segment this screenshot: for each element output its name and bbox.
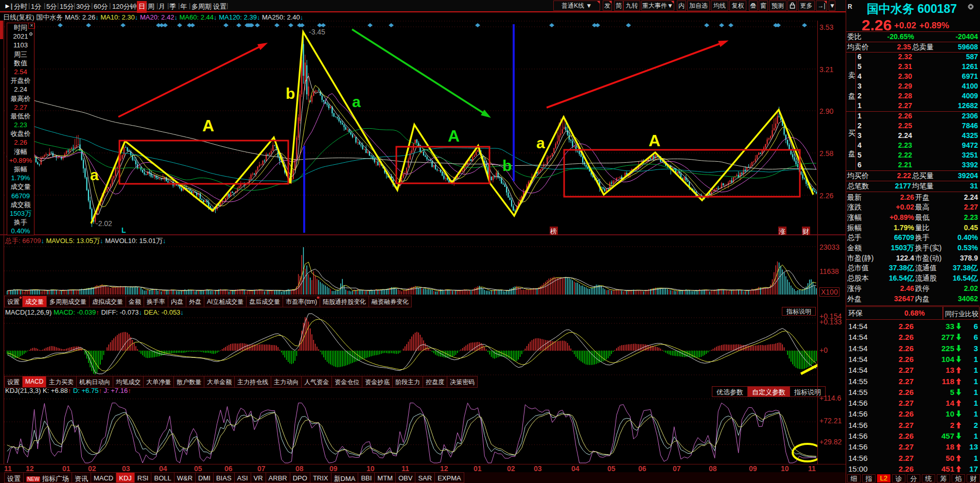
svg-text:b: b <box>286 85 295 102</box>
svg-text:a: a <box>536 134 545 151</box>
svg-text:a: a <box>352 93 361 110</box>
svg-text:b: b <box>502 157 512 174</box>
svg-text:涨: 涨 <box>779 228 785 235</box>
svg-text:a: a <box>90 166 99 183</box>
svg-text:-2.02: -2.02 <box>96 219 112 228</box>
svg-text:A: A <box>649 131 660 150</box>
svg-text:L: L <box>121 226 126 234</box>
svg-text:A: A <box>202 116 214 135</box>
svg-text:-3.45: -3.45 <box>309 28 325 36</box>
svg-text:榜: 榜 <box>550 228 557 235</box>
svg-text:财: 财 <box>802 228 809 235</box>
svg-text:A: A <box>448 127 460 145</box>
